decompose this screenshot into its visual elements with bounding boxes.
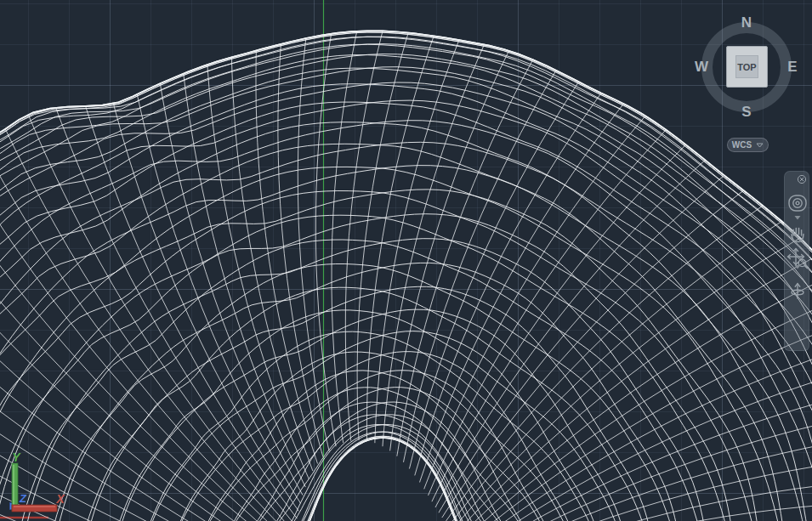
viewcube-north[interactable]: N — [741, 14, 752, 31]
steering-wheel-dropdown-caret-icon[interactable] — [785, 215, 810, 220]
navigation-bar — [784, 171, 809, 351]
autocad-viewport: N W E S TOP WCS — [0, 0, 812, 521]
orbit-icon[interactable] — [785, 279, 810, 303]
navbar-close-icon[interactable] — [797, 174, 807, 184]
viewcube-top-face[interactable]: TOP — [726, 46, 768, 88]
pan-hand-icon[interactable] — [785, 224, 810, 246]
zoom-dropdown-caret-icon[interactable] — [785, 264, 810, 269]
viewcube-face-label: TOP — [737, 62, 756, 72]
steering-wheel-icon[interactable] — [785, 192, 810, 214]
viewcube[interactable]: N W E S TOP — [685, 7, 809, 131]
ucs-x-axis-bar — [12, 505, 57, 512]
viewcube-west[interactable]: W — [695, 59, 708, 76]
viewcube-top-face-inner[interactable]: TOP — [735, 55, 758, 78]
ucs-icon[interactable]: Y X Z — [0, 449, 94, 521]
wcs-selector[interactable]: WCS — [727, 138, 769, 152]
ucs-x-label: X — [55, 492, 65, 506]
ucs-y-label: Y — [12, 450, 21, 464]
viewcube-south[interactable]: S — [741, 104, 751, 121]
wcs-dropdown-caret-icon — [756, 143, 764, 148]
ucs-z-label: Z — [19, 492, 27, 505]
wcs-label: WCS — [732, 140, 752, 150]
ucs-y-axis-bar — [12, 463, 18, 511]
viewcube-east[interactable]: E — [787, 59, 797, 76]
